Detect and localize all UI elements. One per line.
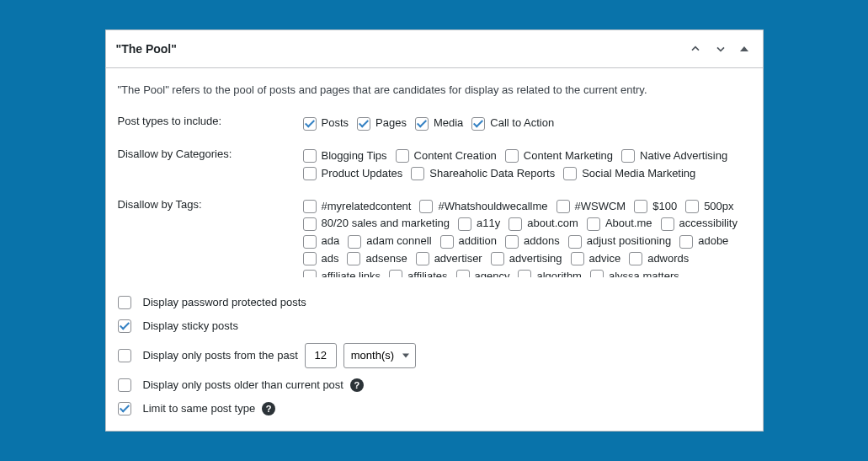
tag-checkbox[interactable] (661, 217, 674, 231)
tag-item[interactable]: 80/20 sales and marketing (303, 215, 450, 233)
checkbox-password-protected[interactable] (118, 296, 131, 309)
select-past-unit[interactable]: month(s) (343, 343, 416, 368)
tag-item[interactable]: ada (303, 233, 340, 250)
tag-checkbox[interactable] (303, 217, 317, 231)
category-item[interactable]: Product Updates (303, 165, 403, 183)
tag-checkbox[interactable] (419, 200, 433, 213)
tag-checkbox[interactable] (491, 252, 504, 265)
tag-checkbox[interactable] (440, 235, 454, 249)
category-checkbox[interactable] (505, 149, 519, 163)
category-checkbox[interactable] (303, 167, 317, 180)
tag-checkbox[interactable] (685, 200, 699, 213)
tag-item[interactable]: advertiser (416, 250, 482, 268)
tag-item[interactable]: adobe (679, 233, 728, 250)
tag-checkbox[interactable] (458, 217, 471, 231)
tag-checkbox[interactable] (679, 235, 693, 249)
tag-label: adobe (698, 233, 728, 250)
checkbox-limit-same-type[interactable] (118, 402, 131, 415)
post-type-checkbox[interactable] (303, 117, 317, 131)
tag-item[interactable]: affiliates (389, 268, 447, 277)
checkbox-past-posts[interactable] (118, 349, 131, 362)
post-type-item[interactable]: Posts (303, 115, 349, 132)
tag-item[interactable]: addition (440, 233, 498, 250)
tag-item[interactable]: affiliate links (303, 268, 381, 277)
post-type-item[interactable]: Media (415, 115, 463, 132)
tag-item[interactable]: agency (456, 268, 510, 277)
tag-item[interactable]: $100 (634, 198, 677, 216)
help-icon[interactable]: ? (350, 378, 364, 392)
category-item[interactable]: Content Creation (396, 147, 497, 165)
post-type-item[interactable]: Pages (357, 115, 407, 132)
post-type-checkbox[interactable] (471, 117, 485, 131)
tag-label: adsense (365, 250, 407, 268)
tag-item[interactable]: accessibility (661, 215, 738, 233)
label-older-than-current[interactable]: Display only posts older than current po… (143, 378, 343, 391)
tag-item[interactable]: about.com (509, 215, 578, 233)
label-past-posts[interactable]: Display only posts from the past (143, 349, 298, 362)
label-sticky-posts[interactable]: Display sticky posts (143, 319, 238, 332)
category-item[interactable]: Social Media Marketing (563, 165, 695, 183)
input-past-quantity[interactable] (305, 343, 337, 368)
tag-checkbox[interactable] (556, 200, 570, 213)
tag-checkbox[interactable] (348, 235, 361, 249)
tag-checkbox[interactable] (590, 270, 604, 276)
tag-item[interactable]: a11y (458, 215, 500, 233)
tag-item[interactable]: adam connell (348, 233, 431, 250)
post-type-item[interactable]: Call to Action (471, 115, 554, 132)
category-checkbox[interactable] (621, 149, 635, 163)
tag-checkbox[interactable] (505, 235, 519, 249)
category-checkbox[interactable] (303, 149, 317, 163)
category-item[interactable]: Native Advertising (621, 147, 727, 165)
option-past-posts: Display only posts from the past month(s… (118, 343, 751, 368)
tag-checkbox[interactable] (389, 270, 402, 276)
help-icon[interactable]: ? (262, 402, 275, 415)
tag-checkbox[interactable] (416, 252, 429, 265)
move-down-button[interactable] (711, 39, 731, 59)
post-type-checkbox[interactable] (357, 117, 370, 131)
tag-checkbox[interactable] (571, 252, 584, 265)
tag-checkbox[interactable] (303, 252, 317, 265)
category-item[interactable]: Blogging Tips (303, 147, 387, 165)
pool-form-table: Post types to include: PostsPagesMediaCa… (118, 108, 751, 285)
category-item[interactable]: Shareaholic Data Reports (411, 165, 555, 183)
tag-item[interactable]: #Whatshouldwecallme (419, 198, 547, 216)
tag-checkbox[interactable] (456, 270, 470, 276)
post-type-checkbox[interactable] (415, 117, 429, 131)
category-label: Shareaholic Data Reports (429, 165, 555, 183)
tag-item[interactable]: advice (571, 250, 621, 268)
category-item[interactable]: Content Marketing (505, 147, 613, 165)
tag-item[interactable]: adwords (629, 250, 689, 268)
tag-item[interactable]: 500px (685, 198, 733, 216)
tag-item[interactable]: adjust positioning (568, 233, 671, 250)
tag-checkbox[interactable] (509, 217, 522, 231)
category-checkbox[interactable] (396, 149, 409, 163)
category-checkbox[interactable] (411, 167, 424, 180)
category-checkbox[interactable] (563, 167, 577, 180)
tag-item[interactable]: ads (303, 250, 339, 268)
checkbox-sticky-posts[interactable] (118, 319, 131, 333)
tag-item[interactable]: alyssa matters (590, 268, 679, 277)
tag-checkbox[interactable] (303, 270, 317, 276)
tag-item[interactable]: addons (505, 233, 560, 250)
tag-checkbox[interactable] (303, 200, 317, 213)
tag-item[interactable]: advertising (491, 250, 562, 268)
tag-item[interactable]: About.me (587, 215, 652, 233)
tag-item[interactable]: #myrelatedcontent (303, 198, 412, 216)
tag-checkbox[interactable] (634, 200, 647, 213)
tag-checkbox[interactable] (568, 235, 582, 249)
label-password-protected[interactable]: Display password protected posts (143, 296, 306, 308)
tag-item[interactable]: adsense (347, 250, 407, 268)
toggle-panel-button[interactable] (736, 40, 753, 57)
pool-description: "The Pool" refers to the pool of posts a… (118, 83, 751, 96)
tag-label: affiliates (407, 268, 447, 277)
tag-checkbox[interactable] (518, 270, 531, 276)
tag-checkbox[interactable] (629, 252, 642, 265)
label-limit-same-type[interactable]: Limit to same post type (143, 402, 256, 415)
tag-checkbox[interactable] (347, 252, 360, 265)
tag-item[interactable]: algorithm (518, 268, 581, 277)
move-up-button[interactable] (685, 39, 706, 59)
tag-checkbox[interactable] (303, 235, 317, 249)
checkbox-older-than-current[interactable] (118, 378, 131, 392)
tag-item[interactable]: #WSWCM (556, 198, 626, 216)
tag-checkbox[interactable] (587, 217, 600, 231)
